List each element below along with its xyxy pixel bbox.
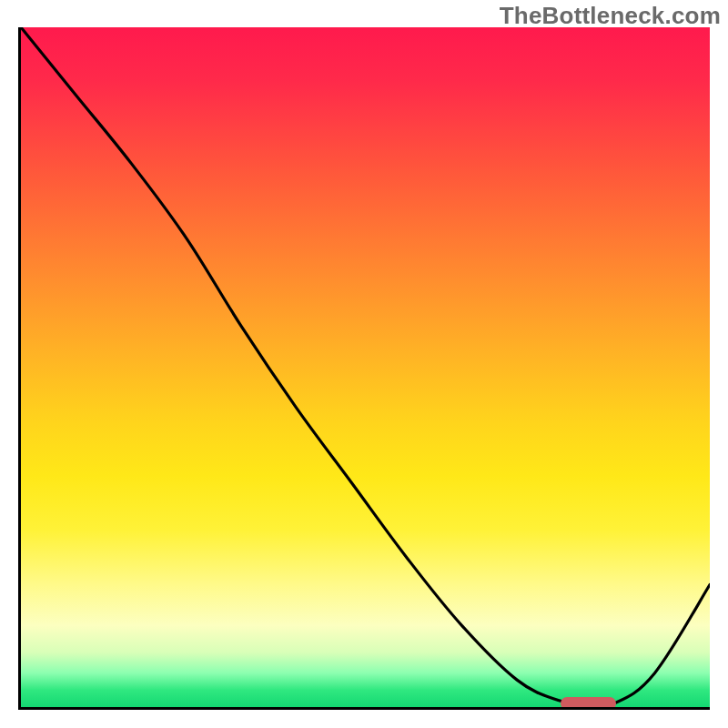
plot-area	[18, 27, 710, 710]
watermark-text: TheBottleneck.com	[500, 2, 721, 30]
optimal-range-marker	[561, 697, 616, 710]
curve-path	[21, 27, 710, 706]
chart-container: TheBottleneck.com	[0, 0, 728, 728]
bottleneck-curve	[21, 27, 710, 707]
